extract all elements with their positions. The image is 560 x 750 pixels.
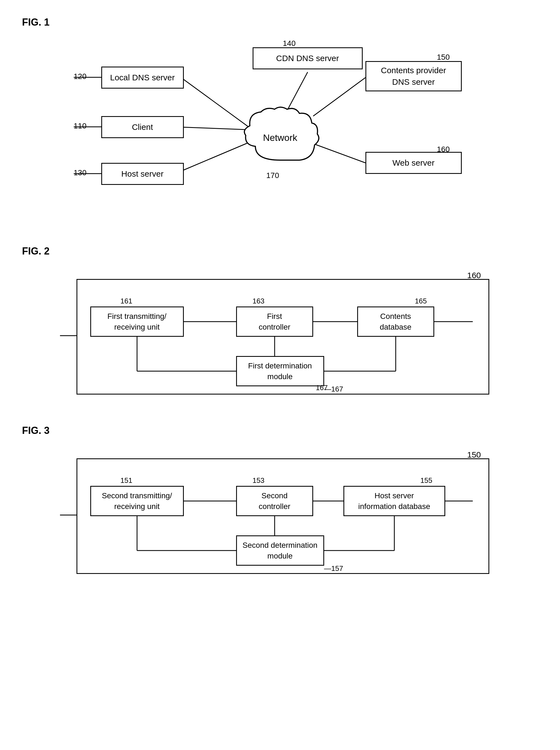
fig2-contents-db-ref: 165 xyxy=(415,297,427,305)
fig1-section: FIG. 1 CDN DNS server 140 Local DNS serv… xyxy=(22,17,538,223)
fig1-label: FIG. 1 xyxy=(22,17,538,28)
fig3-diagram: 150 Second transmitting/ receiving unit … xyxy=(60,445,500,582)
fig1-diagram: CDN DNS server 140 Local DNS server 120 … xyxy=(46,36,514,223)
host-server-connector xyxy=(74,173,101,174)
client-box: Client xyxy=(101,116,184,138)
fig2-controller-ref: 163 xyxy=(253,297,264,305)
fig3-label: FIG. 3 xyxy=(22,425,538,437)
web-server-box: Web server xyxy=(365,152,462,174)
network-ref: 170 xyxy=(266,171,279,180)
fig2-diagram: 160 First transmitting/ receiving unit 1… xyxy=(60,265,500,403)
fig2-outer-ref: 160 xyxy=(467,271,481,280)
cloud-svg: Network xyxy=(239,105,321,171)
fig3-section: FIG. 3 150 Second transmitting/ receivin… xyxy=(22,425,538,582)
fig3-host-db-box: Host server information database xyxy=(343,486,445,516)
fig2-det-ref-label: —167 xyxy=(324,385,343,393)
client-ref: 110 xyxy=(74,122,87,130)
fig3-det-ref-label: —157 xyxy=(324,564,343,573)
svg-text:Network: Network xyxy=(263,132,298,143)
fig2-label: FIG. 2 xyxy=(22,245,538,257)
fig3-left-connector xyxy=(60,515,78,515)
fig2-section: FIG. 2 160 First transmitting/ receiving… xyxy=(22,245,538,403)
contents-provider-ref: 150 xyxy=(437,53,450,62)
contents-provider-box: Contents provider DNS server xyxy=(365,61,462,92)
cdn-dns-ref: 140 xyxy=(283,39,296,48)
fig3-outer-ref: 150 xyxy=(467,450,481,460)
fig2-contents-db-box: Contents database xyxy=(357,306,434,337)
local-dns-ref: 120 xyxy=(74,72,87,81)
fig2-controller-box: First controller xyxy=(236,306,313,337)
cdn-dns-box: CDN DNS server xyxy=(253,47,363,69)
fig2-left-connector xyxy=(60,336,78,336)
fig3-controller-box: Second controller xyxy=(236,486,313,516)
fig3-tx-rx-box: Second transmitting/ receiving unit xyxy=(90,486,184,516)
local-dns-connector xyxy=(74,77,101,78)
host-server-ref: 130 xyxy=(74,168,87,177)
fig3-tx-rx-ref: 151 xyxy=(121,476,132,485)
local-dns-box: Local DNS server xyxy=(101,66,184,88)
fig3-det-module-box: Second determination module xyxy=(236,535,324,566)
client-connector xyxy=(74,126,101,127)
host-server-box: Host server xyxy=(101,163,184,185)
web-server-ref: 160 xyxy=(437,145,450,154)
fig2-tx-rx-box: First transmitting/ receiving unit xyxy=(90,306,184,337)
fig2-tx-rx-ref: 161 xyxy=(121,297,132,305)
fig3-host-db-ref: 155 xyxy=(420,476,432,485)
fig2-det-module-box: First determination module xyxy=(236,356,324,386)
network-cloud: Network xyxy=(239,105,321,171)
fig3-controller-ref: 153 xyxy=(253,476,264,485)
